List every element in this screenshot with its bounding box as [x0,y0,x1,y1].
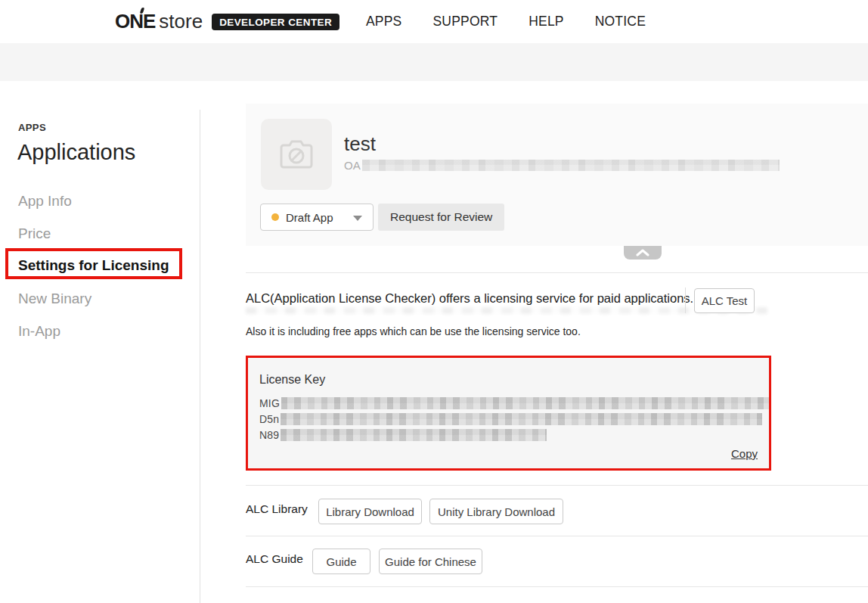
chevron-down-icon [353,216,362,221]
developer-center-badge: DEVELOPER CENTER [212,14,339,30]
alc-test-button[interactable]: ALC Test [694,288,755,313]
onestore-logo[interactable]: ONE store DEVELOPER CENTER [115,0,339,43]
draft-status-dot-icon [271,213,279,221]
license-key-line: D5n [259,411,769,427]
alc-guide-label: ALC Guide [246,552,303,566]
sidebar-divider [200,110,200,603]
license-key-box: License Key MIG D5n N89 Copy [246,356,771,471]
section-divider [246,536,868,536]
sidebar-section-label: APPS [18,122,46,133]
alc-description: ALC(Application License Checker) offers … [246,291,693,306]
sidebar-title: Applications [17,140,135,165]
nav-notice[interactable]: NOTICE [595,14,646,30]
top-navigation: APPS SUPPORT HELP NOTICE [366,0,646,43]
app-status-dropdown[interactable]: Draft App [260,204,374,231]
guide-button[interactable]: Guide [312,549,370,574]
no-image-camera-icon [279,139,314,169]
sub-header-band [0,43,868,81]
license-key-redacted-blur [281,413,762,425]
app-id-prefix: OA [344,159,361,172]
nav-support[interactable]: SUPPORT [433,14,498,30]
copy-license-key-link[interactable]: Copy [731,447,758,460]
nav-apps[interactable]: APPS [366,14,402,30]
sidebar-item-app-info[interactable]: App Info [18,193,72,210]
section-divider [246,485,868,486]
license-key-prefix: D5n [259,413,279,425]
logo-store-text: store [159,10,203,33]
app-title: test [344,132,376,156]
alc-library-label: ALC Library [246,502,308,516]
app-icon-placeholder [261,119,332,190]
license-key-value: MIG D5n N89 [259,395,769,443]
app-header-panel: test OA Draft App Request for Review [246,104,868,246]
license-key-line: N89 [259,427,769,443]
alc-note: Also it is including free apps which can… [246,325,581,337]
blur-artifact-strip [246,307,767,314]
license-key-redacted-blur [281,397,769,409]
nav-help[interactable]: HELP [529,14,564,30]
section-divider [246,586,868,587]
app-id-redacted-blur [362,160,780,171]
sidebar-item-price[interactable]: Price [18,225,51,242]
alc-test-divider [685,288,686,313]
top-bar: ONE store DEVELOPER CENTER APPS SUPPORT … [0,0,868,43]
unity-library-download-button[interactable]: Unity Library Download [429,499,563,524]
app-status-selected: Draft App [286,211,333,224]
license-key-prefix: N89 [259,429,279,441]
license-key-prefix: MIG [259,397,280,409]
license-key-label: License Key [259,373,325,387]
chevron-up-icon [636,249,649,256]
license-key-line: MIG [259,395,769,411]
app-id-row: OA [344,159,780,172]
sidebar-item-new-binary[interactable]: New Binary [18,291,91,307]
collapse-panel-button[interactable] [624,246,662,260]
request-for-review-button[interactable]: Request for Review [378,204,504,231]
section-divider [246,272,868,273]
sidebar-item-settings-for-licensing[interactable]: Settings for Licensing [18,257,169,274]
sidebar-item-in-app[interactable]: In-App [18,323,60,340]
logo-one-text: ONE [115,10,155,33]
guide-for-chinese-button[interactable]: Guide for Chinese [379,549,482,574]
license-key-redacted-blur [281,429,547,441]
library-download-button[interactable]: Library Download [318,499,422,524]
